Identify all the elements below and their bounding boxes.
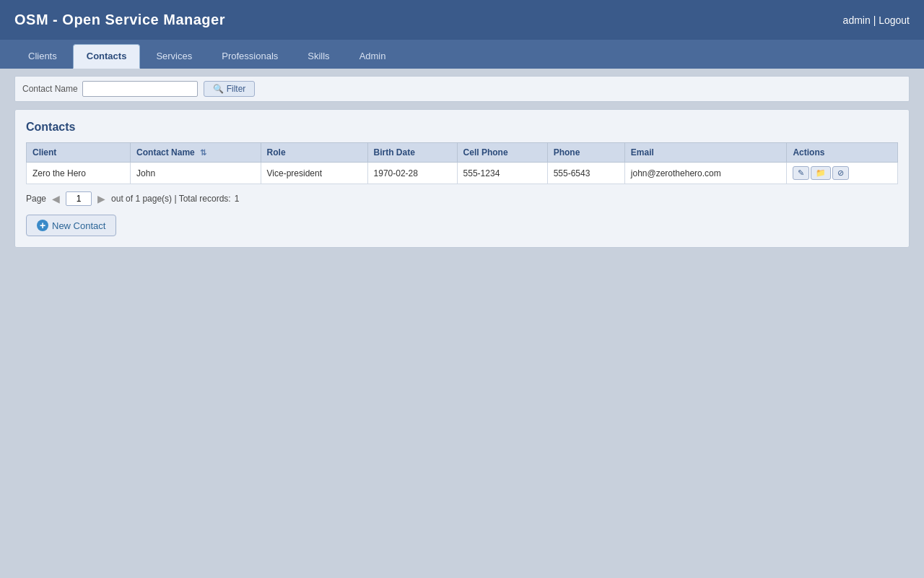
- tab-services[interactable]: Services: [142, 44, 206, 69]
- col-cell-phone: Cell Phone: [457, 143, 547, 163]
- table-row: Zero the HeroJohnVice-president1970-02-2…: [27, 163, 898, 184]
- search-icon: 🔍: [213, 84, 224, 94]
- sort-icon-contact-name[interactable]: ⇅: [200, 148, 206, 157]
- pagination: Page ◀ ▶ out of 1 page(s) | Total record…: [26, 191, 898, 206]
- filter-button[interactable]: 🔍 Filter: [204, 81, 256, 97]
- tab-clients[interactable]: Clients: [14, 44, 71, 69]
- contacts-table: Client Contact Name ⇅ Role Birth Date Ce…: [26, 142, 898, 184]
- contacts-tbody: Zero the HeroJohnVice-president1970-02-2…: [27, 163, 898, 184]
- new-contact-button[interactable]: + New Contact: [26, 215, 116, 236]
- logout-link[interactable]: Logout: [879, 14, 910, 26]
- admin-link[interactable]: admin: [843, 14, 871, 26]
- contacts-heading: Contacts: [26, 121, 898, 134]
- page-input[interactable]: [66, 191, 92, 206]
- col-phone: Phone: [547, 143, 624, 163]
- contact-name-input[interactable]: [82, 81, 198, 97]
- filter-button-label: Filter: [227, 84, 246, 94]
- view-button[interactable]: 📁: [811, 166, 831, 180]
- tab-contacts[interactable]: Contacts: [73, 44, 141, 69]
- contact-name-label: Contact Name: [22, 84, 78, 94]
- cell-email: john@zerothehero.com: [624, 163, 787, 184]
- col-client: Client: [27, 143, 131, 163]
- next-page-button[interactable]: ▶: [95, 193, 108, 204]
- plus-icon: +: [37, 220, 48, 231]
- navigation: Clients Contacts Services Professionals …: [0, 40, 924, 69]
- edit-button[interactable]: ✎: [793, 166, 809, 180]
- table-header-row: Client Contact Name ⇅ Role Birth Date Ce…: [27, 143, 898, 163]
- col-birth-date: Birth Date: [367, 143, 457, 163]
- tab-skills[interactable]: Skills: [294, 44, 343, 69]
- tab-admin[interactable]: Admin: [346, 44, 400, 69]
- col-contact-name: Contact Name ⇅: [131, 143, 261, 163]
- cell-phone: 555-6543: [547, 163, 624, 184]
- page-label: Page: [26, 194, 46, 204]
- total-records: 1: [235, 194, 240, 204]
- content-wrapper: Contact Name 🔍 Filter Contacts Client Co…: [0, 69, 924, 578]
- prev-page-button[interactable]: ◀: [50, 193, 62, 204]
- header-right: admin | Logout: [843, 14, 910, 26]
- app-title: OSM - Open Service Manager: [14, 12, 225, 28]
- col-role: Role: [261, 143, 367, 163]
- cell-contact-name: John: [131, 163, 261, 184]
- new-contact-label: New Contact: [52, 220, 105, 231]
- cell-actions: ✎📁⊘: [787, 163, 898, 184]
- filter-bar: Contact Name 🔍 Filter: [14, 76, 910, 102]
- out-of-label: out of 1 page(s) | Total records:: [111, 194, 231, 204]
- tab-professionals[interactable]: Professionals: [208, 44, 292, 69]
- cell-birth-date: 1970-02-28: [367, 163, 457, 184]
- cell-role: Vice-president: [261, 163, 367, 184]
- delete-button[interactable]: ⊘: [832, 166, 849, 180]
- header: OSM - Open Service Manager admin | Logou…: [0, 0, 924, 40]
- contacts-section: Contacts Client Contact Name ⇅ Role Birt…: [14, 109, 910, 248]
- col-actions: Actions: [787, 143, 898, 163]
- cell-client: Zero the Hero: [27, 163, 131, 184]
- cell-cell-phone: 555-1234: [457, 163, 547, 184]
- col-email: Email: [624, 143, 787, 163]
